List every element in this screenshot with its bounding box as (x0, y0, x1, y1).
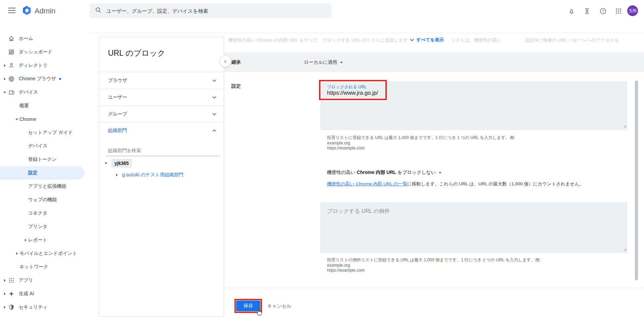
accordion-users[interactable]: ユーザー (99, 89, 224, 105)
internal-urls-link-line: 機密性の高い Chrome 内部 URL の一覧に移動します。これらの URL … (327, 181, 584, 187)
sidebar-item-networks[interactable]: ネットワーク (0, 260, 89, 274)
sidebar-item-chrome-devices[interactable]: デバイス (0, 139, 89, 153)
notifications-bell-icon[interactable] (568, 7, 576, 15)
blocked-urls-textarea[interactable]: ブロックされる URL https://www.jra.go.jp/ (320, 81, 627, 130)
svg-text:?: ? (602, 9, 604, 13)
sidebar-item-label: 生成 AI (19, 291, 34, 297)
sidebar-item-apps-extensions[interactable]: アプリと拡張機能 (0, 180, 89, 193)
expand-arrow-icon (14, 252, 19, 255)
sidebar-item-label: レポート (28, 237, 47, 243)
sidebar-item-overview[interactable]: 概要 (0, 99, 89, 112)
pending-tasks-hourglass-icon[interactable] (583, 7, 591, 15)
clipped-setting-description: 機密性の高い Chrome の内部 URL をすべて、ブロックする URL のリ… (228, 37, 408, 43)
accordion-org-units[interactable]: 組織部門 (99, 122, 224, 139)
org-unit-search-input[interactable] (106, 146, 220, 156)
internal-urls-dropdown[interactable]: 機密性の高い Chrome 内部 URL をブロックしない (327, 170, 441, 176)
main-menu-icon[interactable] (8, 8, 15, 13)
tree-expand-arrow-icon[interactable] (116, 174, 118, 176)
expand-arrow-icon (2, 78, 7, 80)
global-search[interactable] (90, 3, 332, 18)
blocked-urls-field-label: ブロックされる URL (327, 84, 367, 90)
admin-console: Admin ? (0, 0, 644, 317)
save-button[interactable]: 保存 (236, 301, 260, 311)
sidebar-item-devices[interactable]: デバイス (0, 86, 89, 99)
org-tree-child[interactable]: g.suzuki のテスト用組織部門 (122, 172, 183, 178)
sidebar-item-label: セキュリティ (19, 304, 48, 310)
sidebar-item-printers[interactable]: プリンタ (0, 220, 89, 233)
sidebar-item-label: ウェブの機能 (28, 197, 57, 203)
panel-collapse-button[interactable]: ‹ (219, 55, 231, 67)
accordion-browsers[interactable]: ブラウザ (99, 72, 224, 89)
sidebar-item-home[interactable]: ホーム (0, 32, 89, 45)
content-top-divider (89, 33, 644, 33)
sidebar-item-label: ネットワーク (19, 264, 48, 270)
sidebar-item-mobile-endpoints[interactable]: モバイルとエンドポイント (0, 247, 89, 260)
sidebar-item-label: コネクタ (28, 210, 47, 216)
org-tree-child-row[interactable]: g.suzuki のテスト用組織部門 (116, 172, 183, 178)
sidebar-item-generative-ai[interactable]: 生成 AI (0, 287, 89, 301)
vertical-scrollbar[interactable] (635, 81, 638, 280)
sidebar-item-chrome-browser[interactable]: Chrome ブラウザ (0, 72, 89, 86)
org-unit-search[interactable] (106, 146, 220, 156)
setting-title: URL のブロック (108, 48, 165, 58)
sidebar-item-enrollment-tokens[interactable]: 登録トークン (0, 153, 89, 166)
internal-urls-list-link[interactable]: 機密性の高い Chrome 内部 URL の一覧 (327, 181, 407, 186)
sidebar-item-label: ダッシュボード (19, 49, 52, 55)
chevron-down-icon (410, 39, 414, 41)
expand-arrow-icon (2, 64, 7, 67)
url-exceptions-placeholder: ブロックする URL の例外 (327, 208, 390, 215)
home-icon (8, 35, 15, 42)
sidebar-item-dashboard[interactable]: ダッシュボード (0, 45, 89, 59)
sidebar-item-chrome[interactable]: Chrome (0, 112, 89, 126)
expand-arrow-icon (2, 306, 7, 309)
sidebar-item-label: アプリ (19, 277, 33, 283)
app-title: Admin (35, 7, 55, 15)
clipped-text-mid: リストは、機密性の高い (451, 37, 501, 43)
inheritance-dropdown[interactable]: ローカルに適用 (304, 59, 343, 65)
chevron-down-icon (212, 113, 216, 116)
top-app-bar: Admin ? (0, 0, 644, 21)
account-avatar[interactable]: 五郎 (627, 5, 638, 16)
org-tree-root-row[interactable]: yjk365 (105, 159, 132, 168)
chevron-down-icon (212, 96, 216, 99)
resize-handle-icon[interactable] (623, 123, 627, 129)
sidebar-item-label: デバイス (28, 143, 47, 149)
google-apps-grid-icon[interactable] (614, 7, 623, 15)
person-icon (8, 62, 15, 69)
blocked-urls-value: https://www.jra.go.jp/ (327, 90, 378, 96)
sidebar-item-label: モバイルとエンドポイント (19, 251, 77, 257)
sidebar-item-label: ホーム (19, 36, 33, 42)
collapse-arrow-icon (2, 92, 7, 93)
sidebar-item-apps[interactable]: アプリ (0, 274, 89, 287)
sidebar-item-label: Chrome (19, 117, 36, 122)
dropdown-caret-icon (340, 62, 343, 63)
brand[interactable]: Admin (22, 5, 55, 17)
tree-collapse-arrow-icon[interactable] (105, 163, 107, 164)
sidebar-item-label: プリンタ (28, 224, 47, 230)
org-tree-root[interactable]: yjk365 (111, 159, 132, 168)
shield-icon (8, 304, 15, 311)
sidebar-item-reports[interactable]: レポート (0, 233, 89, 247)
sidebar-item-connectors[interactable]: コネクタ (0, 207, 89, 220)
resize-handle-icon[interactable] (623, 246, 627, 253)
accordion-groups[interactable]: グループ (99, 105, 224, 122)
sidebar-item-setup-guide[interactable]: セットアップ ガイド (0, 126, 89, 139)
sparkle-icon (8, 290, 15, 297)
sidebar-item-settings[interactable]: 設定 (0, 166, 85, 180)
search-input[interactable] (106, 8, 308, 14)
url-exceptions-textarea[interactable]: ブロックする URL の例外 (320, 202, 627, 253)
sidebar-item-web-features[interactable]: ウェブの機能 (0, 193, 89, 207)
show-all-link[interactable]: すべてを表示 (410, 37, 444, 43)
cancel-button[interactable]: キャンセル (267, 303, 291, 309)
dropdown-caret-icon (439, 172, 441, 174)
sidebar-item-security[interactable]: セキュリティ (0, 301, 89, 314)
sidebar-item-label: ディレクトリ (19, 62, 48, 69)
devices-icon (8, 89, 15, 96)
expand-arrow-icon (23, 239, 28, 241)
help-icon[interactable]: ? (599, 7, 607, 15)
sidebar-item-label: 概要 (19, 103, 29, 109)
inheritance-row (224, 52, 644, 72)
sidebar-item-directory[interactable]: ディレクトリ (0, 59, 89, 72)
apps-grid-icon (8, 277, 15, 284)
sidebar-item-label: セットアップ ガイド (28, 130, 73, 136)
